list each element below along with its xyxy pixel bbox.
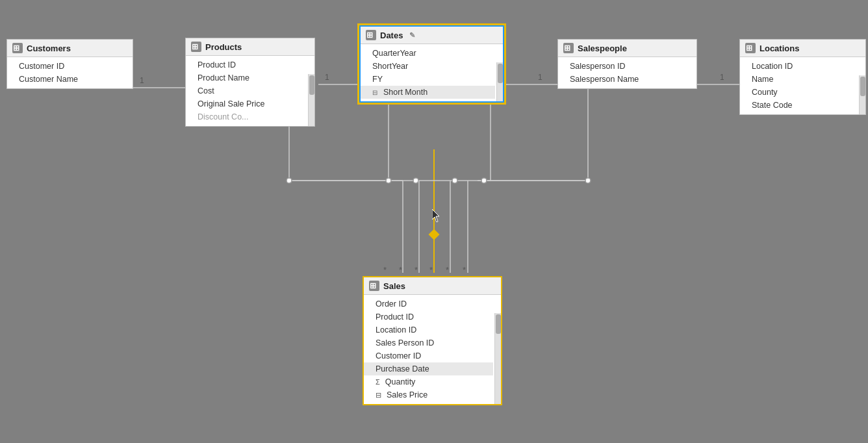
svg-point-25 [585, 178, 591, 183]
field-salesperson-name: Salesperson Name [558, 73, 696, 86]
sales-table-header: Sales [364, 277, 501, 295]
field-short-year: ShortYear [361, 60, 495, 73]
sales-scrollbar[interactable] [494, 313, 501, 404]
svg-rect-10 [429, 229, 440, 240]
dates-edit-icon: ✎ [409, 31, 415, 40]
locations-fields: Location ID Name County State Code [740, 57, 865, 114]
field-original-sale-price: Original Sale Price [186, 97, 307, 110]
field-county: County [740, 86, 858, 99]
sales-title: Sales [383, 281, 405, 291]
svg-point-20 [287, 178, 292, 183]
customers-table-header: Customers [7, 40, 133, 57]
sales-scroll-thumb[interactable] [496, 314, 501, 334]
customers-title: Customers [27, 44, 71, 53]
dates-table-header: Dates ✎ [361, 27, 503, 44]
field-sales-person-id: Sales Person ID [364, 336, 493, 349]
customers-fields: Customer ID Customer Name [7, 57, 133, 88]
salespeople-table[interactable]: Salespeople Salesperson ID Salesperson N… [557, 39, 697, 89]
svg-text:*: * [463, 265, 466, 275]
products-scroll-thumb[interactable] [309, 75, 314, 95]
field-fy: FY [361, 73, 495, 86]
locations-table-header: Locations [740, 40, 865, 57]
field-discount-code: Discount Co... [186, 110, 307, 123]
locations-title: Locations [760, 44, 799, 53]
salespeople-title: Salespeople [578, 44, 627, 53]
field-location-id: Location ID [740, 60, 858, 73]
field-order-id: Order ID [364, 297, 493, 310]
dates-scroll-thumb[interactable] [498, 64, 503, 83]
products-table-header: Products [186, 38, 314, 56]
sales-fields: Order ID Product ID Location ID Sales Pe… [364, 295, 501, 404]
svg-text:1: 1 [538, 73, 542, 82]
locations-scrollbar[interactable] [859, 75, 865, 114]
locations-table[interactable]: Locations Location ID Name County State … [739, 39, 866, 115]
svg-text:*: * [399, 265, 402, 275]
field-cost: Cost [186, 84, 307, 97]
cursor [432, 209, 441, 224]
dates-table[interactable]: Dates ✎ QuarterYear ShortYear FY ⊟ Short… [359, 25, 505, 103]
products-scrollbar[interactable] [308, 74, 314, 126]
dates-title: Dates [380, 31, 403, 40]
field-state-code: State Code [740, 99, 858, 112]
field-customer-id: Customer ID [364, 349, 493, 362]
svg-point-22 [413, 178, 418, 183]
field-icon: ⊟ [372, 89, 377, 96]
salespeople-table-header: Salespeople [558, 40, 696, 57]
field-label: Customer ID [19, 62, 64, 71]
field-quarter-year: QuarterYear [361, 47, 495, 60]
field-product-id: Product ID [364, 310, 493, 323]
table-icon [191, 42, 201, 52]
svg-text:1: 1 [325, 73, 329, 82]
salespeople-fields: Salesperson ID Salesperson Name [558, 57, 696, 88]
table-icon [366, 30, 376, 40]
sales-table[interactable]: Sales Order ID Product ID Location ID Sa… [363, 276, 502, 405]
table-icon [12, 43, 23, 53]
field-name: Name [740, 73, 858, 86]
field-customer-id: Customer ID [7, 60, 133, 73]
field-quantity: Σ Quantity [364, 375, 493, 388]
svg-point-24 [481, 178, 487, 183]
locations-scroll-thumb[interactable] [860, 77, 865, 96]
svg-point-21 [386, 178, 391, 183]
dates-fields: QuarterYear ShortYear FY ⊟ Short Month [361, 44, 503, 101]
field-product-id: Product ID [186, 58, 307, 71]
field-label: Customer Name [19, 75, 78, 84]
svg-text:*: * [446, 265, 449, 275]
svg-text:*: * [383, 265, 387, 275]
field-sales-price: ⊟ Sales Price [364, 388, 493, 401]
table-icon [745, 43, 756, 53]
grid-icon: ⊟ [376, 391, 381, 399]
svg-point-23 [452, 178, 457, 183]
field-short-month: ⊟ Short Month [361, 86, 495, 99]
svg-text:1: 1 [720, 73, 724, 82]
field-product-name: Product Name [186, 71, 307, 84]
svg-text:*: * [429, 265, 433, 275]
field-salesperson-id: Salesperson ID [558, 60, 696, 73]
sigma-icon: Σ [376, 378, 380, 386]
field-location-id: Location ID [364, 323, 493, 336]
svg-text:1: 1 [140, 76, 144, 85]
svg-text:*: * [415, 265, 418, 275]
products-title: Products [205, 42, 242, 52]
products-table[interactable]: Products Product ID Product Name Cost Or… [185, 38, 315, 127]
table-icon [369, 281, 379, 291]
table-icon [563, 43, 574, 53]
field-purchase-date: Purchase Date [364, 362, 493, 375]
customers-table[interactable]: Customers Customer ID Customer Name [6, 39, 133, 89]
products-fields: Product ID Product Name Cost Original Sa… [186, 56, 314, 126]
svg-marker-35 [432, 209, 439, 222]
field-customer-name: Customer Name [7, 73, 133, 86]
dates-scrollbar[interactable] [496, 62, 503, 101]
